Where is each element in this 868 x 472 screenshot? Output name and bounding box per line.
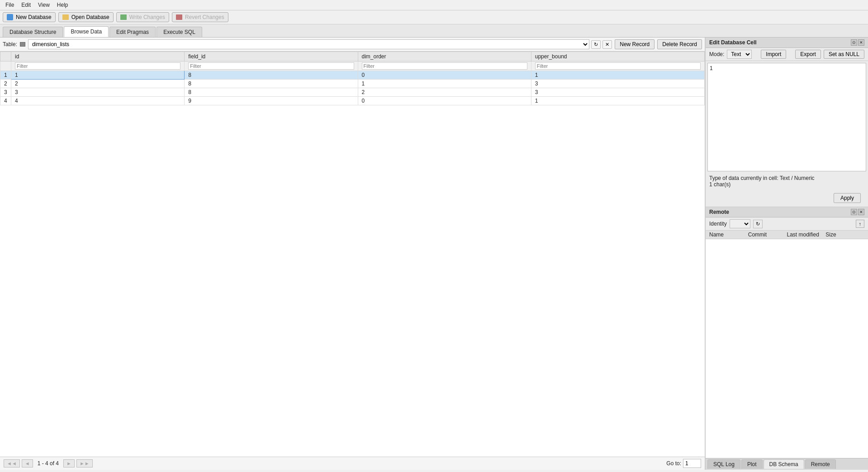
data-cell[interactable]: 4 bbox=[11, 97, 185, 105]
data-cell[interactable]: 8 bbox=[185, 88, 358, 97]
col-header-id[interactable]: id bbox=[11, 52, 185, 61]
filter-cell-field-id[interactable] bbox=[185, 61, 358, 71]
data-cell[interactable]: 1 bbox=[358, 80, 531, 88]
close-edit-cell-button[interactable]: ✕ bbox=[858, 39, 864, 46]
data-cell[interactable]: 1 bbox=[531, 97, 704, 105]
tab-db-schema[interactable]: DB Schema bbox=[764, 459, 804, 469]
filter-row-num bbox=[0, 61, 11, 71]
table-row[interactable]: 22813 bbox=[0, 80, 705, 88]
next-page-button[interactable]: ► bbox=[63, 459, 75, 467]
pagination-bar: ◄◄ ◄ 1 - 4 of 4 ► ►► Go to: bbox=[0, 457, 705, 470]
new-database-label: New Database bbox=[16, 14, 52, 20]
remote-refresh-button[interactable]: ↻ bbox=[753, 220, 763, 228]
data-cell[interactable]: 3 bbox=[531, 80, 704, 88]
filter-row bbox=[0, 61, 705, 71]
data-cell[interactable]: 2 bbox=[11, 80, 185, 88]
apply-container: Apply bbox=[706, 189, 868, 207]
data-cell[interactable]: 8 bbox=[185, 71, 358, 80]
tab-edit-pragmas[interactable]: Edit Pragmas bbox=[109, 27, 156, 37]
mode-label: Mode: bbox=[709, 51, 724, 57]
remote-upload-button[interactable]: ↑ bbox=[856, 220, 865, 228]
filter-input-dim-order[interactable] bbox=[362, 62, 527, 70]
data-cell[interactable]: 1 bbox=[531, 71, 704, 80]
data-cell[interactable]: 8 bbox=[185, 80, 358, 88]
first-page-button[interactable]: ◄◄ bbox=[4, 459, 20, 467]
filter-cell-id[interactable] bbox=[11, 61, 185, 71]
revert-changes-button[interactable]: Revert Changes bbox=[172, 12, 228, 22]
edit-cell-header: Edit Database Cell ⊙ ✕ bbox=[706, 38, 868, 48]
import-button[interactable]: Import bbox=[761, 50, 786, 59]
menu-edit[interactable]: Edit bbox=[18, 1, 34, 9]
menu-help[interactable]: Help bbox=[53, 1, 72, 9]
export-button[interactable]: Export bbox=[795, 50, 821, 59]
data-cell[interactable]: 3 bbox=[531, 88, 704, 97]
set-null-button[interactable]: Set as NULL bbox=[824, 50, 864, 59]
remote-content bbox=[706, 239, 868, 458]
table-row[interactable]: 33823 bbox=[0, 88, 705, 97]
filter-cell-upper-bound[interactable] bbox=[531, 61, 704, 71]
open-database-label: Open Database bbox=[71, 14, 109, 20]
detach-button[interactable]: ⊙ bbox=[851, 39, 857, 46]
panel-close-buttons: ⊙ ✕ bbox=[851, 39, 864, 46]
table-select-container: dimension_lists ↻ ✕ bbox=[20, 39, 612, 49]
tab-plot[interactable]: Plot bbox=[741, 459, 763, 469]
filter-cell-dim-order[interactable] bbox=[358, 61, 531, 71]
open-db-icon bbox=[62, 14, 69, 20]
edit-cell-content[interactable]: 1 bbox=[707, 63, 866, 171]
tab-sql-log[interactable]: SQL Log bbox=[707, 459, 740, 469]
data-cell[interactable]: 3 bbox=[11, 88, 185, 97]
row-num-cell: 2 bbox=[0, 80, 11, 88]
data-cell[interactable]: 0 bbox=[358, 97, 531, 105]
data-cell[interactable]: 9 bbox=[185, 97, 358, 105]
col-header-field-id[interactable]: field_id bbox=[185, 52, 358, 61]
apply-button[interactable]: Apply bbox=[834, 193, 861, 203]
edit-cell-title: Edit Database Cell bbox=[709, 39, 757, 46]
revert-changes-label: Revert Changes bbox=[185, 14, 224, 20]
col-header-upper-bound[interactable]: upper_bound bbox=[531, 52, 704, 61]
filter-input-field-id[interactable] bbox=[188, 62, 354, 70]
browse-data-panel: Table: dimension_lists ↻ ✕ New Record De… bbox=[0, 38, 705, 470]
tab-remote[interactable]: Remote bbox=[805, 459, 836, 469]
data-cell[interactable]: 0 bbox=[358, 71, 531, 80]
table-row[interactable]: 44901 bbox=[0, 97, 705, 105]
clear-table-button[interactable]: ✕ bbox=[602, 40, 612, 49]
goto-input[interactable] bbox=[683, 459, 701, 468]
toolbar: New Database Open Database Write Changes… bbox=[0, 10, 868, 24]
tab-browse-data[interactable]: Browse Data bbox=[64, 26, 109, 37]
refresh-table-button[interactable]: ↻ bbox=[591, 40, 601, 49]
write-changes-label: Write Changes bbox=[129, 14, 165, 20]
col-header-dim-order[interactable]: dim_order bbox=[358, 52, 531, 61]
mode-select[interactable]: Text Blob Null bbox=[727, 50, 752, 59]
remote-detach-button[interactable]: ⊙ bbox=[851, 209, 857, 215]
tab-execute-sql[interactable]: Execute SQL bbox=[157, 27, 202, 37]
remote-col-name: Name bbox=[709, 231, 748, 238]
prev-page-button[interactable]: ◄ bbox=[22, 459, 33, 467]
remote-close-button[interactable]: ✕ bbox=[858, 209, 864, 215]
new-database-button[interactable]: New Database bbox=[3, 12, 56, 22]
char-count-text: 1 char(s) bbox=[709, 181, 864, 188]
row-num-cell: 3 bbox=[0, 88, 11, 97]
tab-database-structure[interactable]: Database Structure bbox=[3, 27, 63, 37]
cell-type-info: Type of data currently in cell: Text / N… bbox=[706, 173, 868, 189]
filter-input-upper-bound[interactable] bbox=[535, 62, 701, 70]
data-table: id field_id dim_order upper_bound 118012 bbox=[0, 52, 705, 105]
data-cell[interactable]: 2 bbox=[358, 88, 531, 97]
data-cell[interactable]: 1 bbox=[11, 71, 185, 80]
revert-changes-icon bbox=[176, 14, 182, 20]
write-changes-button[interactable]: Write Changes bbox=[116, 12, 169, 22]
data-table-container[interactable]: id field_id dim_order upper_bound 118012 bbox=[0, 52, 705, 457]
remote-col-commit: Commit bbox=[748, 231, 787, 238]
delete-record-button[interactable]: Delete Record bbox=[657, 39, 702, 49]
identity-select[interactable] bbox=[730, 219, 750, 228]
remote-col-last-modified: Last modified bbox=[787, 231, 826, 238]
open-database-button[interactable]: Open Database bbox=[58, 12, 114, 22]
last-page-button[interactable]: ►► bbox=[76, 459, 93, 467]
remote-col-size: Size bbox=[825, 231, 864, 238]
filter-input-id[interactable] bbox=[15, 62, 180, 70]
table-row[interactable]: 11801 bbox=[0, 71, 705, 80]
new-record-button[interactable]: New Record bbox=[615, 39, 655, 49]
type-info-text: Type of data currently in cell: Text / N… bbox=[709, 175, 864, 181]
table-select[interactable]: dimension_lists bbox=[28, 39, 589, 49]
menu-file[interactable]: File bbox=[2, 1, 18, 9]
menu-view[interactable]: View bbox=[34, 1, 53, 9]
